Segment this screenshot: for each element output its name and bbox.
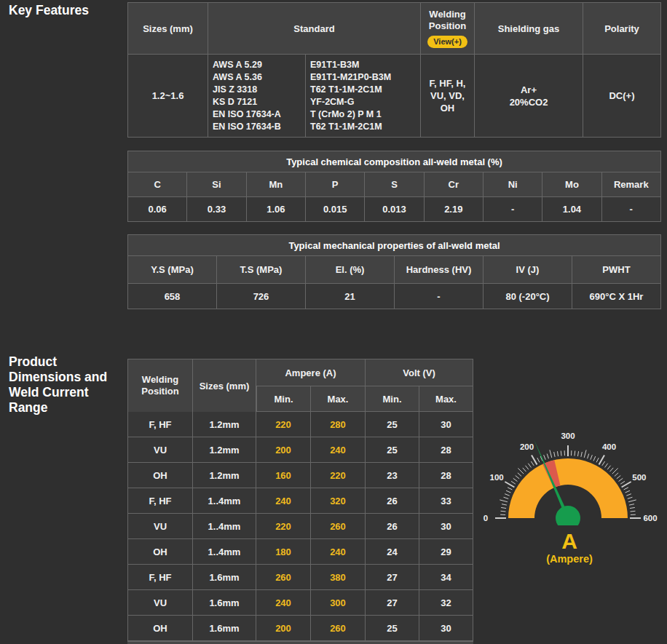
ampere-gauge: 0100200300400500600 A (Ampere)	[475, 426, 664, 565]
mechanical-header-cell: El. (%)	[306, 256, 395, 284]
gauge-tick	[625, 490, 630, 493]
standard-item: EN ISO 17634-A	[213, 108, 281, 121]
col-header-sizes: Sizes (mm)	[193, 359, 256, 413]
cell-v-max: 30	[419, 616, 473, 641]
cell-a-max: 240	[311, 539, 366, 565]
gauge-tick	[500, 500, 508, 502]
key-features-table: Sizes (mm) Standard Welding Position Vie…	[127, 2, 661, 138]
col-header-standard: Standard	[208, 3, 421, 55]
gauge-tick	[550, 450, 552, 458]
chemical-table-title: Typical chemical composition all-weld me…	[127, 151, 661, 172]
standard-item: T62 T1-1M-2C1M	[310, 84, 382, 96]
cell-v-max: 28	[419, 437, 473, 463]
chemical-header-cell: Ni	[484, 172, 542, 197]
mechanical-value-cell: 690°C X 1Hr	[572, 284, 661, 309]
current-table-row: VU1..4mm2202602630	[127, 514, 473, 539]
gauge-tick	[518, 468, 524, 474]
gauge-tick	[628, 497, 633, 498]
mechanical-values-row: 65872621-80 (-20°C)690°C X 1Hr	[127, 284, 661, 309]
cell-v-min: 25	[366, 412, 419, 437]
chemical-value-cell: 0.015	[306, 197, 365, 222]
mechanical-value-cell: -	[395, 284, 484, 309]
cell-a-min: 260	[256, 565, 311, 590]
standard-item: YF-2CM-G	[310, 96, 354, 108]
weld-current-table: Welding Position Sizes (mm) Ampere (A) V…	[127, 359, 473, 641]
chemical-header-cell: P	[306, 172, 365, 197]
cell-a-min: 240	[256, 590, 311, 616]
col-header-welding-position: Welding Position View(+)	[421, 3, 475, 55]
cell-a-max: 300	[311, 590, 366, 616]
gauge-tick	[617, 475, 620, 478]
current-table-row: F, HF1.6mm2603802734	[127, 565, 473, 590]
standard-item: E91T1-B3M	[310, 59, 359, 71]
mechanical-header-cell: PWHT	[572, 256, 661, 284]
gauge-tick	[584, 450, 586, 458]
current-table-header-row-2: Min. Max. Min. Max.	[256, 386, 473, 412]
gauge-tick-label: 400	[602, 442, 616, 451]
standard-item: KS D 7121	[213, 96, 257, 108]
gauge-tick-label: 500	[632, 473, 646, 482]
gauge-tick	[561, 451, 561, 456]
standard-item: E91T1-M21P0-B3M	[310, 71, 391, 84]
chemical-value-cell: 0.33	[187, 197, 246, 222]
mechanical-value-cell: 726	[217, 284, 306, 309]
chemical-header-cell: Mo	[542, 172, 601, 197]
gauge-tick	[591, 455, 593, 460]
welding-position-label: Welding Position	[427, 9, 469, 32]
cell-v-min: 25	[366, 616, 419, 641]
chemical-value-cell: 2.19	[425, 197, 484, 222]
col-header-welding-position: Welding Position	[127, 359, 193, 413]
gauge-tick-label: 200	[520, 442, 534, 451]
cell-a-min: 200	[256, 437, 311, 463]
col-header-sizes: Sizes (mm)	[127, 3, 208, 55]
polarity-value: DC(+)	[583, 55, 661, 138]
current-table-row: VU1.6mm2403002732	[127, 590, 473, 616]
cell-v-min: 23	[366, 463, 419, 488]
gauge-tick-label: 0	[484, 514, 488, 522]
col-header-polarity: Polarity	[583, 3, 661, 55]
cell-position: F, HF	[127, 565, 193, 590]
gauge-tick	[629, 504, 634, 505]
chemical-header-row: CSiMnPSCrNiMoRemark	[127, 172, 661, 197]
gauge-dial-icon: 0100200300400500600	[475, 426, 664, 525]
standards-list-right: E91T1-B3ME91T1-M21P0-B3MT62 T1-1M-2C1MYF…	[306, 55, 421, 138]
chemical-value-cell: 0.013	[365, 197, 424, 222]
chemical-value-cell: 1.04	[542, 197, 601, 222]
shielding-gas-line: Ar+	[521, 84, 537, 96]
current-table-row: OH1.6mm2002602530	[127, 616, 473, 641]
mechanical-header-cell: Hardness (HV)	[395, 256, 484, 284]
gauge-tick-label: 100	[490, 473, 504, 482]
col-header-volt-min: Min.	[366, 386, 419, 412]
mechanical-value-cell: 80 (-20°C)	[484, 284, 572, 309]
cell-size: 1..4mm	[193, 539, 256, 565]
cell-a-min: 240	[256, 488, 311, 514]
cell-v-max: 33	[419, 488, 473, 514]
gauge-tick	[523, 468, 526, 472]
gauge-tick	[501, 511, 506, 512]
chemical-header-cell: Cr	[425, 172, 484, 197]
cell-position: VU	[127, 437, 193, 463]
chemical-value-cell: 1.06	[247, 197, 306, 222]
key-features-header-row: Sizes (mm) Standard Welding Position Vie…	[127, 2, 661, 55]
standard-item: JIS Z 3318	[213, 84, 257, 96]
cell-v-max: 34	[419, 565, 473, 590]
view-positions-button[interactable]: View(+)	[427, 36, 467, 48]
chemical-value-cell: 0.06	[127, 197, 187, 222]
gauge-tick	[508, 488, 512, 490]
chemical-header-cell: S	[365, 172, 424, 197]
col-header-ampere-min: Min.	[256, 386, 311, 412]
cell-v-max: 30	[419, 412, 473, 437]
gauge-tick	[531, 461, 534, 466]
cell-size: 1.2mm	[193, 412, 256, 437]
product-dimensions-heading: Product Dimensions and Weld Current Rang…	[9, 354, 119, 416]
gauge-tick	[602, 461, 605, 466]
gauge-tick	[525, 466, 528, 469]
gauge-tick	[631, 511, 636, 512]
cell-v-min: 24	[366, 539, 419, 565]
cell-size: 1.2mm	[193, 437, 256, 463]
cell-v-max: 28	[419, 463, 473, 488]
mechanical-header-cell: IV (J)	[484, 256, 572, 284]
gauge-tick	[593, 456, 596, 461]
gauge-tick	[615, 473, 618, 477]
gauge-tick	[575, 451, 575, 456]
